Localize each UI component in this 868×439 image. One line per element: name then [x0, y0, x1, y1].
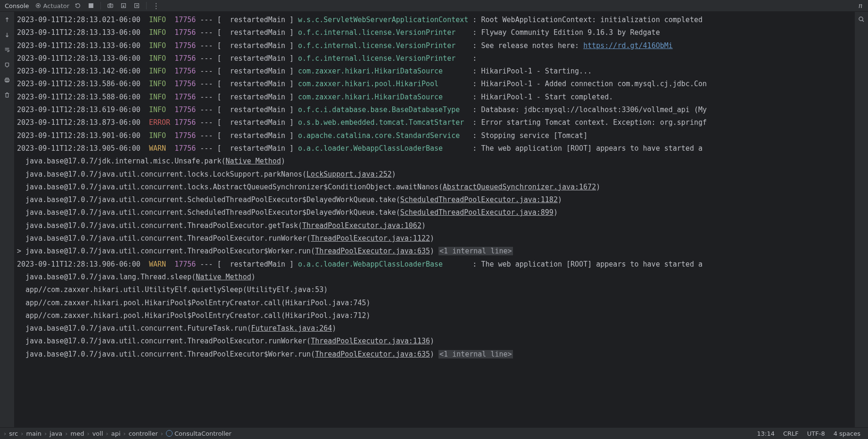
svg-rect-2 — [89, 3, 93, 8]
stack-line: app//com.zaxxer.hikari.util.UtilityElf.q… — [17, 284, 854, 296]
breadcrumb-item[interactable]: java — [50, 430, 62, 437]
italic-m-icon[interactable]: n — [856, 1, 865, 10]
chevron-right-icon: › — [4, 430, 6, 437]
hyperlink[interactable]: https://rd.gt/416ObMi — [583, 41, 673, 50]
chevron-right-icon: › — [161, 430, 163, 437]
stack-line: java.base@17.0.7/java.util.concurrent.Fu… — [17, 322, 854, 335]
source-link[interactable]: ScheduledThreadPoolExecutor.java:899 — [400, 208, 554, 217]
source-link[interactable]: Native Method — [226, 157, 281, 165]
source-link[interactable]: LockSupport.java:252 — [306, 170, 392, 179]
stack-line: java.base@17.0.7/java.util.concurrent.lo… — [17, 168, 854, 181]
rerun-button[interactable] — [73, 1, 83, 10]
breadcrumb[interactable]: › src › main › java › med › voll › api ›… — [0, 430, 757, 437]
source-link[interactable]: ScheduledThreadPoolExecutor.java:1182 — [400, 195, 558, 204]
svg-rect-8 — [6, 78, 8, 80]
log-line: 2023-09-11T12:28:13.901-06:00 INFO 17756… — [17, 130, 854, 142]
chevron-right-icon: › — [106, 430, 108, 437]
chevron-right-icon: › — [21, 430, 23, 437]
breadcrumb-item[interactable]: voll — [92, 430, 103, 437]
breadcrumb-item[interactable]: controller — [129, 430, 158, 437]
search-icon[interactable] — [858, 16, 865, 23]
line-sep[interactable]: CRLF — [783, 430, 799, 437]
chevron-right-icon: › — [87, 430, 89, 437]
source-link[interactable]: ThreadPoolExecutor.java:1122 — [311, 234, 430, 243]
source-link[interactable]: FutureTask.java:264 — [251, 324, 332, 333]
source-link[interactable]: ThreadPoolExecutor.java:635 — [315, 350, 430, 358]
log-line: 2023-09-11T12:28:13.906-06:00 WARN 17756… — [17, 258, 854, 271]
log-line: 2023-09-11T12:28:13.873-06:00 ERROR 1775… — [17, 116, 854, 129]
status-bar: › src › main › java › med › voll › api ›… — [0, 427, 868, 439]
stop-button[interactable] — [86, 1, 96, 10]
log-line: 2023-09-11T12:28:13.588-06:00 INFO 17756… — [17, 91, 854, 104]
camera-icon[interactable] — [106, 1, 115, 10]
scroll-up-icon[interactable] — [2, 15, 12, 25]
chevron-right-icon: › — [124, 430, 126, 437]
stack-line: java.base@17.0.7/java.util.concurrent.Th… — [17, 220, 854, 232]
internal-fold[interactable]: <1 internal line> — [438, 350, 513, 358]
source-link[interactable]: ThreadPoolExecutor.java:635 — [315, 247, 430, 255]
svg-point-1 — [37, 5, 39, 7]
encoding[interactable]: UTF-8 — [807, 430, 825, 437]
console-output[interactable]: 2023-09-11T12:28:13.021-06:00 INFO 17756… — [14, 12, 854, 427]
class-icon — [166, 430, 173, 437]
console-toolbar: Console Actuator ⋮ n — [0, 0, 868, 12]
svg-point-4 — [109, 5, 111, 7]
stack-line: app//com.zaxxer.hikari.pool.HikariPool$P… — [17, 309, 854, 322]
log-line: 2023-09-11T12:28:13.133-06:00 INFO 17756… — [17, 52, 854, 65]
log-line: 2023-09-11T12:28:13.905-06:00 WARN 17756… — [17, 142, 854, 155]
chevron-right-icon: › — [65, 430, 67, 437]
open-in-icon[interactable] — [132, 1, 141, 10]
stack-line: java.base@17.0.7/java.util.concurrent.Th… — [17, 335, 854, 348]
source-link[interactable]: ThreadPoolExecutor.java:1062 — [302, 221, 422, 230]
log-line: 2023-09-11T12:28:13.619-06:00 INFO 17756… — [17, 104, 854, 116]
log-line: 2023-09-11T12:28:13.133-06:00 INFO 17756… — [17, 26, 854, 39]
stack-line: java.base@17.0.7/java.util.concurrent.Sc… — [17, 194, 854, 206]
source-link[interactable]: ThreadPoolExecutor.java:1136 — [311, 337, 430, 345]
more-icon[interactable]: ⋮ — [151, 1, 161, 10]
stack-line: java.base@17.0.7/java.lang.Thread.sleep(… — [17, 271, 854, 284]
indent[interactable]: 4 spaces — [834, 430, 860, 437]
print-icon[interactable] — [2, 75, 12, 85]
breadcrumb-item[interactable]: api — [111, 430, 121, 437]
svg-point-10 — [859, 17, 863, 21]
right-toolbar — [854, 12, 868, 427]
target-icon — [35, 2, 41, 9]
source-link[interactable]: Native Method — [196, 273, 251, 281]
stack-line: java.base@17.0.7/java.util.concurrent.Th… — [17, 232, 854, 245]
log-line: 2023-09-11T12:28:13.586-06:00 INFO 17756… — [17, 78, 854, 90]
log-line: 2023-09-11T12:28:13.021-06:00 INFO 17756… — [17, 14, 854, 26]
scroll-to-end-icon[interactable] — [2, 60, 12, 70]
stack-line: java.base@17.0.7/jdk.internal.misc.Unsaf… — [17, 155, 854, 168]
stack-line: app//com.zaxxer.hikari.pool.HikariPool$P… — [17, 297, 854, 309]
soft-wrap-icon[interactable] — [2, 45, 12, 55]
source-link[interactable]: AbstractQueuedSynchronizer.java:1672 — [443, 183, 596, 191]
chevron-right-icon: › — [44, 430, 47, 437]
log-line: 2023-09-11T12:28:13.133-06:00 INFO 17756… — [17, 40, 854, 52]
log-line: 2023-09-11T12:28:13.142-06:00 INFO 17756… — [17, 65, 854, 78]
stack-line: java.base@17.0.7/java.util.concurrent.Sc… — [17, 206, 854, 219]
internal-fold[interactable]: <1 internal line> — [438, 247, 513, 255]
export-icon[interactable] — [119, 1, 128, 10]
trash-icon[interactable] — [2, 90, 12, 100]
console-tab[interactable]: Console — [3, 2, 31, 9]
actuator-tab[interactable]: Actuator — [35, 2, 70, 9]
scroll-down-icon[interactable] — [2, 30, 12, 40]
separator — [100, 2, 101, 9]
breadcrumb-item[interactable]: med — [71, 430, 84, 437]
stack-line: java.base@17.0.7/java.util.concurrent.Th… — [17, 348, 854, 361]
console-gutter — [0, 12, 14, 427]
breadcrumb-leaf[interactable]: ConsultaController — [166, 430, 231, 437]
breadcrumb-item[interactable]: main — [26, 430, 41, 437]
stack-line: > java.base@17.0.7/java.util.concurrent.… — [17, 245, 854, 258]
caret-position[interactable]: 13:14 — [757, 430, 774, 437]
breadcrumb-item[interactable]: src — [9, 430, 18, 437]
svg-rect-3 — [108, 4, 113, 8]
stack-line: java.base@17.0.7/java.util.concurrent.lo… — [17, 181, 854, 194]
separator — [146, 2, 147, 9]
